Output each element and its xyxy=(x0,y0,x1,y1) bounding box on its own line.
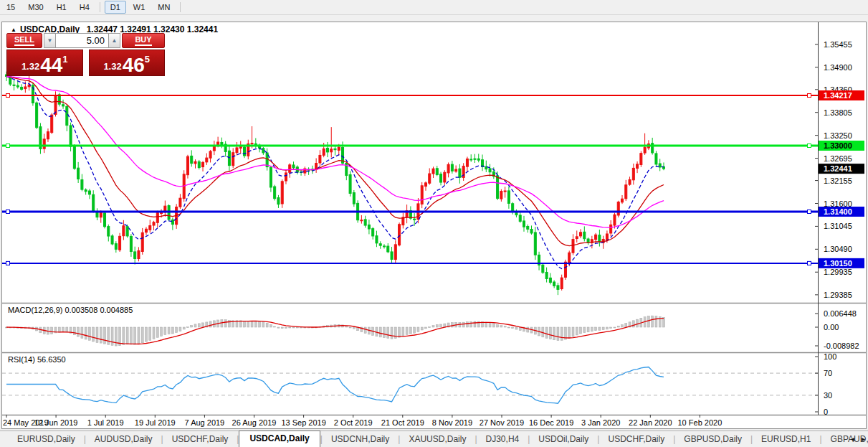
svg-text:19 Jul 2019: 19 Jul 2019 xyxy=(135,418,176,427)
tab-gbpusd-daily[interactable]: GBPUSD,Daily xyxy=(675,432,750,447)
svg-text:1.34900: 1.34900 xyxy=(824,63,852,72)
tab-scroll-controls: ◂ ▸ xyxy=(851,435,865,443)
tab-usdcad-daily[interactable]: USDCAD,Daily xyxy=(239,430,320,447)
svg-text:7 Aug 2019: 7 Aug 2019 xyxy=(185,418,225,427)
svg-text:13 Sep 2019: 13 Sep 2019 xyxy=(281,418,325,427)
svg-text:2 Oct 2019: 2 Oct 2019 xyxy=(334,418,373,427)
svg-text:8 Nov 2019: 8 Nov 2019 xyxy=(432,418,472,427)
svg-text:-0.008982: -0.008982 xyxy=(824,342,859,350)
tab-dj30-h4[interactable]: DJ30,H4 xyxy=(477,432,528,447)
tab-usdoil-daily[interactable]: USDOil,Daily xyxy=(530,432,597,447)
svg-text:1.30150: 1.30150 xyxy=(824,259,852,268)
volume-input[interactable] xyxy=(55,33,109,48)
svg-text:1 Jul 2019: 1 Jul 2019 xyxy=(87,418,124,427)
chart-tabs-bar: EURUSD,Daily|AUDUSD,Daily|USDCHF,Daily|U… xyxy=(0,430,868,447)
hline-anchor-handle xyxy=(808,210,811,214)
rsi-indicator-label: RSI(14) 56.6350 xyxy=(8,355,66,364)
svg-text:12 Jun 2019: 12 Jun 2019 xyxy=(34,418,78,427)
svg-text:26 Aug 2019: 26 Aug 2019 xyxy=(232,418,277,427)
svg-text:1.30490: 1.30490 xyxy=(824,245,852,253)
svg-text:0.006448: 0.006448 xyxy=(824,309,857,318)
svg-text:1.31400: 1.31400 xyxy=(824,207,852,216)
svg-text:100: 100 xyxy=(824,352,836,361)
timeframe-button-mn[interactable]: MN xyxy=(152,1,176,14)
tab-usdcnh-daily[interactable]: USDCNH,Daily xyxy=(323,432,398,447)
chart-canvas[interactable]: 1.354551.349001.343601.338051.332501.326… xyxy=(2,22,866,428)
svg-text:1.31045: 1.31045 xyxy=(824,222,852,230)
svg-text:27 Nov 2019: 27 Nov 2019 xyxy=(480,418,524,427)
svg-text:1.29385: 1.29385 xyxy=(824,291,852,299)
svg-text:1.34217: 1.34217 xyxy=(824,91,852,100)
svg-text:22 Jan 2020: 22 Jan 2020 xyxy=(629,418,672,427)
svg-text:1.35455: 1.35455 xyxy=(824,40,852,49)
hline-anchor-handle xyxy=(808,144,811,148)
svg-text:1.33000: 1.33000 xyxy=(824,141,852,150)
timeframe-button-w1[interactable]: W1 xyxy=(128,1,151,14)
svg-text:10 Feb 2020: 10 Feb 2020 xyxy=(678,418,722,427)
timeframe-toolbar: 15M30H1H4D1W1MN xyxy=(0,0,868,15)
tab-eurusd-daily[interactable]: EURUSD,Daily xyxy=(9,432,84,447)
tab-usdchf-daily[interactable]: USDCHF,Daily xyxy=(163,432,237,447)
timeframe-button-m30[interactable]: M30 xyxy=(22,1,49,14)
tabs-scroll-left-icon[interactable]: ◂ xyxy=(851,435,854,443)
toolbar-separator xyxy=(100,2,100,12)
hline-anchor-handle xyxy=(808,261,811,265)
collapse-panel-icon[interactable]: ▲ xyxy=(11,27,16,33)
tab-eurusd-h1[interactable]: EURUSD,H1 xyxy=(753,432,819,447)
sell-price-display[interactable]: 1.32441 xyxy=(6,50,83,76)
svg-text:1.33250: 1.33250 xyxy=(824,131,852,140)
svg-text:1.32441: 1.32441 xyxy=(824,164,852,173)
tab-audusd-daily[interactable]: AUDUSD,Daily xyxy=(86,432,161,447)
svg-text:30: 30 xyxy=(824,391,832,400)
tab-xauusd-daily[interactable]: XAUUSD,Daily xyxy=(400,432,474,447)
buy-button[interactable]: BUY xyxy=(122,33,165,48)
timeframe-button-h1[interactable]: H1 xyxy=(51,1,72,14)
svg-text:0.00: 0.00 xyxy=(824,323,839,331)
svg-text:1.29935: 1.29935 xyxy=(824,268,852,276)
hline-anchor-handle xyxy=(6,94,10,98)
tabs-scroll-right-icon[interactable]: ▸ xyxy=(862,435,865,443)
svg-text:1.31600: 1.31600 xyxy=(824,199,852,208)
timeframe-button-h4[interactable]: H4 xyxy=(74,1,95,14)
sell-button[interactable]: SELL xyxy=(6,33,42,48)
svg-text:16 Dec 2019: 16 Dec 2019 xyxy=(529,418,573,427)
hline-anchor-handle xyxy=(6,261,10,265)
svg-text:21 Oct 2019: 21 Oct 2019 xyxy=(381,418,424,427)
one-click-trading-panel: SELL ▼ ▲ BUY 1.32441 1.32465 xyxy=(6,33,165,76)
volume-increase-button[interactable]: ▲ xyxy=(109,33,120,48)
volume-decrease-button[interactable]: ▼ xyxy=(44,33,55,48)
mt4-terminal: { "toolbar": { "timeframes": ["15","M30"… xyxy=(0,0,868,447)
timeframe-button-15[interactable]: 15 xyxy=(1,1,21,14)
hline-anchor-handle xyxy=(808,94,811,98)
tab-usdchf-daily[interactable]: USDCHF,Daily xyxy=(599,432,673,447)
buy-price-display[interactable]: 1.32465 xyxy=(89,50,166,76)
svg-text:70: 70 xyxy=(824,369,832,377)
svg-text:0: 0 xyxy=(824,408,828,416)
chart-window[interactable]: ▲USDCAD,Daily 1.32447 1.32491 1.32430 1.… xyxy=(1,22,867,429)
svg-text:1.32155: 1.32155 xyxy=(824,177,852,185)
macd-indicator-label: MACD(12,26,9) 0.003508 0.004885 xyxy=(8,306,133,314)
hline-anchor-handle xyxy=(6,210,10,214)
hline-anchor-handle xyxy=(6,144,10,148)
svg-text:1.33805: 1.33805 xyxy=(824,108,852,117)
svg-text:3 Jan 2020: 3 Jan 2020 xyxy=(581,418,620,427)
toolbar-separator xyxy=(180,2,181,12)
svg-text:1.32695: 1.32695 xyxy=(824,154,852,163)
timeframe-button-d1[interactable]: D1 xyxy=(105,1,126,14)
